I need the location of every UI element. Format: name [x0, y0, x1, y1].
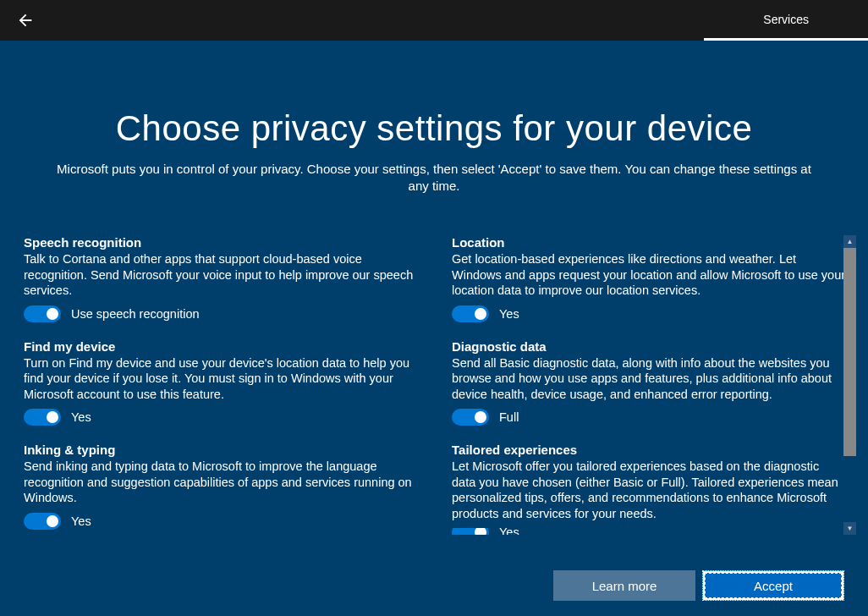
footer-buttons: Learn more Accept: [553, 570, 844, 601]
setting-title: Inking & typing: [24, 443, 418, 457]
toggle-label: Yes: [499, 307, 519, 321]
toggle-find-my-device[interactable]: [24, 409, 61, 426]
toggle-label: Yes: [499, 528, 519, 535]
setting-description: Let Microsoft offer you tailored experie…: [452, 459, 846, 521]
page-title: Choose privacy settings for your device: [34, 108, 834, 149]
back-button[interactable]: [15, 10, 36, 30]
setting-description: Turn on Find my device and use your devi…: [24, 355, 418, 403]
setting-speech-recognition: Speech recognition Talk to Cortana and o…: [24, 235, 418, 322]
setting-description: Send inking and typing data to Microsoft…: [24, 459, 418, 506]
setting-description: Get location-based experiences like dire…: [452, 251, 846, 299]
page-subtitle: Microsoft puts you in control of your pr…: [34, 161, 834, 195]
setting-title: Diagnostic data: [452, 339, 846, 354]
setting-title: Find my device: [24, 339, 418, 354]
setting-find-my-device: Find my device Turn on Find my device an…: [24, 339, 418, 426]
scrollbar[interactable]: ▲ ▼: [843, 235, 856, 535]
setting-title: Speech recognition: [24, 235, 418, 250]
privacy-settings-window: Services Choose privacy settings for you…: [0, 0, 868, 616]
settings-scroll-area: Speech recognition Talk to Cortana and o…: [24, 235, 856, 535]
arrow-left-icon: [16, 11, 35, 30]
setting-inking-typing: Inking & typing Send inking and typing d…: [24, 443, 418, 530]
scroll-down-button[interactable]: ▼: [843, 522, 856, 535]
toggle-inking-typing[interactable]: [24, 513, 61, 530]
setting-description: Talk to Cortana and other apps that supp…: [24, 251, 418, 299]
tab-services[interactable]: Services: [704, 0, 868, 41]
toggle-label: Full: [499, 410, 519, 424]
settings-column-right: Location Get location-based experiences …: [452, 235, 846, 535]
scrollbar-track[interactable]: [843, 248, 856, 522]
learn-more-button[interactable]: Learn more: [553, 570, 695, 601]
scrollbar-thumb[interactable]: [843, 248, 856, 456]
toggle-location[interactable]: [452, 305, 489, 322]
setting-title: Tailored experiences: [452, 443, 846, 457]
toggle-label: Yes: [71, 410, 91, 424]
settings-column-left: Speech recognition Talk to Cortana and o…: [24, 235, 418, 535]
header: Choose privacy settings for your device …: [0, 41, 868, 195]
toggle-diagnostic-data[interactable]: [452, 409, 489, 426]
scroll-up-button[interactable]: ▲: [843, 235, 856, 248]
setting-diagnostic-data: Diagnostic data Send all Basic diagnosti…: [452, 339, 846, 426]
setting-description: Send all Basic diagnostic data, along wi…: [452, 355, 846, 403]
toggle-label: Use speech recognition: [71, 307, 200, 321]
titlebar: Services: [0, 0, 868, 41]
toggle-tailored-experiences[interactable]: [452, 528, 489, 535]
toggle-label: Yes: [71, 514, 91, 528]
accept-button[interactable]: Accept: [702, 570, 844, 601]
setting-title: Location: [452, 235, 846, 250]
setting-location: Location Get location-based experiences …: [452, 235, 846, 322]
setting-tailored-experiences: Tailored experiences Let Microsoft offer…: [452, 443, 846, 535]
toggle-speech-recognition[interactable]: [24, 305, 61, 322]
